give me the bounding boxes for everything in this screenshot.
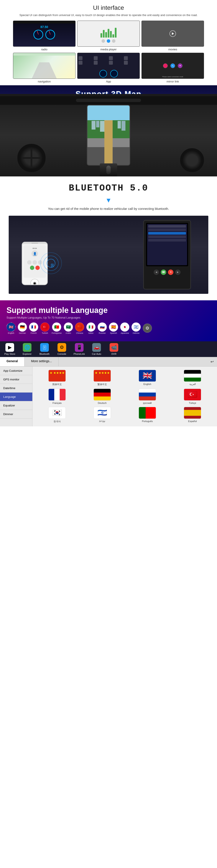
screen-grid: 87.50 radio bbox=[13, 21, 204, 83]
lang-spanish[interactable]: Español bbox=[171, 407, 214, 423]
lang-label-arabic: العربية bbox=[189, 383, 196, 385]
dvr-icon: 📹 bbox=[110, 343, 118, 352]
lang-english[interactable]: 🇬🇧 English bbox=[126, 370, 168, 386]
drawer-item-play-store[interactable]: ▶ Play Store bbox=[3, 343, 16, 355]
tab-more[interactable]: More settings... bbox=[25, 357, 59, 366]
ctrl-play[interactable] bbox=[107, 39, 110, 43]
cn-stars: ★ ★★★★ bbox=[50, 371, 65, 375]
settings-panel: General More settings... ↩ App Customize… bbox=[0, 357, 217, 426]
mirror-label: mirror link bbox=[142, 80, 204, 83]
home-button[interactable]: ◉ bbox=[30, 279, 39, 285]
sidebar-item-date-time[interactable]: Date/time bbox=[0, 384, 32, 393]
app-icons-grid bbox=[79, 56, 138, 65]
language-section: Support multiple Language Support Multip… bbox=[0, 300, 217, 341]
flag-item-settings[interactable]: ⚙ bbox=[143, 323, 152, 333]
lang-label-french: Français bbox=[53, 402, 62, 404]
bluetooth-icon: ⍐ bbox=[40, 343, 49, 352]
speaker-btn[interactable] bbox=[33, 260, 37, 265]
drawer-item-dvr[interactable]: 📹 DVR bbox=[107, 343, 120, 355]
flag-item-jp: 🇯🇵 Japanese bbox=[120, 322, 129, 334]
lang-french[interactable]: Français bbox=[36, 389, 78, 404]
lang-portuguese[interactable]: Português bbox=[126, 407, 168, 423]
radio-label: radio bbox=[13, 48, 75, 51]
flag-box-spanish bbox=[184, 407, 201, 419]
head-unit-controls: ◄ ☎ ✕ ► bbox=[144, 269, 190, 276]
app-gauges bbox=[79, 70, 138, 78]
flag-item-it: 🇮🇹 Italian bbox=[86, 322, 95, 334]
call-avatar: 👤 bbox=[31, 250, 38, 257]
hu-btn-end[interactable]: ✕ bbox=[168, 270, 174, 275]
nav-screen bbox=[13, 53, 75, 79]
drawer-label-phonelink: PhoneLink bbox=[73, 352, 85, 355]
flag-item-de: 🇩🇪 German bbox=[18, 322, 27, 334]
drawer-item-car-auto[interactable]: 🚗 Car Auto bbox=[90, 343, 103, 355]
lang-label-russian: русский bbox=[143, 402, 152, 404]
wave-3 bbox=[40, 252, 62, 274]
app-drawer: ▶ Play Store 🌐 Explorer ⍐ Bluetooth ⚙ Co… bbox=[0, 341, 217, 357]
settings-tabs: General More settings... ↩ bbox=[0, 357, 217, 367]
mirror-text: Please select connection mode bbox=[142, 76, 204, 78]
bar-4 bbox=[107, 29, 110, 37]
drawer-item-explorer[interactable]: 🌐 Explorer bbox=[21, 343, 34, 355]
settings-icon[interactable]: ⚙ bbox=[143, 323, 152, 333]
bluetooth-desc: You can get rid of the mobile phone to r… bbox=[9, 206, 208, 211]
gear-shift bbox=[106, 165, 111, 174]
drawer-item-console[interactable]: ⚙ Console bbox=[55, 343, 68, 355]
lang-hebrew[interactable]: 🇮🇱 עברית bbox=[81, 407, 123, 423]
mirror-screen: ∿ ▼ Please select connection mode bbox=[142, 53, 204, 79]
end-btn[interactable] bbox=[35, 266, 40, 270]
flag-box-english: 🇬🇧 bbox=[139, 370, 156, 382]
flag-pt: 🇵🇹 bbox=[52, 322, 61, 332]
lang-turkish[interactable]: 🇹🇷 Türkçe bbox=[171, 389, 214, 404]
sidebar-item-app-customize[interactable]: App Customize bbox=[0, 367, 32, 375]
lang-german[interactable]: Deutsch bbox=[81, 389, 123, 404]
tab-general[interactable]: General bbox=[0, 357, 25, 366]
sidebar-item-gps-monitor[interactable]: GPS monitor bbox=[0, 375, 32, 384]
hu-btn-1[interactable]: ◄ bbox=[154, 270, 159, 275]
lang-korean[interactable]: 🇰🇷 한국어 bbox=[36, 407, 78, 423]
lang-cn-simplified[interactable]: ★ ★★★★ 简体中文 bbox=[36, 370, 78, 386]
drawer-label-car-auto: Car Auto bbox=[92, 352, 101, 355]
building-1 bbox=[92, 121, 95, 129]
grid-item-movies: movies bbox=[142, 21, 204, 51]
play-triangle-icon bbox=[172, 32, 174, 35]
map-view bbox=[88, 105, 129, 165]
movie-play-button[interactable] bbox=[169, 30, 176, 37]
ctrl-prev[interactable] bbox=[101, 39, 105, 43]
drawer-item-phonelink[interactable]: 📱 PhoneLink bbox=[73, 343, 86, 355]
flag-item-fr: 🇫🇷 French bbox=[29, 322, 38, 334]
car-auto-icon: 🚗 bbox=[92, 343, 101, 352]
flag-item-ru: 🇷🇺 Russian bbox=[98, 322, 107, 334]
wifi-icon: ∿ bbox=[170, 63, 175, 68]
answer-btn[interactable] bbox=[30, 266, 34, 270]
sidebar-item-equalizer[interactable]: Equalizer bbox=[0, 401, 32, 410]
lang-cn-traditional[interactable]: ★ ★★★★ 繁体中文 bbox=[81, 370, 123, 386]
contact-list bbox=[147, 224, 187, 265]
lang-arabic[interactable]: العربية bbox=[171, 370, 214, 386]
lang-russian[interactable]: русский bbox=[126, 389, 168, 404]
drawer-label-console: Console bbox=[58, 352, 66, 355]
mirror-icon-2: ∿ bbox=[170, 63, 175, 68]
sidebar-item-language[interactable]: Language bbox=[0, 393, 32, 401]
flag-box-german bbox=[94, 389, 111, 401]
radio-gauges bbox=[33, 30, 55, 39]
app-icon-6 bbox=[94, 61, 98, 65]
center-console bbox=[100, 163, 117, 177]
hu-btn-call[interactable]: ☎ bbox=[161, 270, 166, 275]
phonelink-icon: 📱 bbox=[75, 343, 84, 352]
sidebar-item-dimmer[interactable]: Dimmer bbox=[0, 410, 32, 418]
mute-btn[interactable] bbox=[27, 260, 31, 265]
ctrl-next[interactable] bbox=[112, 39, 116, 43]
nav-road bbox=[32, 62, 57, 78]
settings-back-button[interactable]: ↩ bbox=[207, 357, 217, 366]
flag-uk: 🇬🇧 bbox=[6, 322, 16, 332]
play-store-icon: ▶ bbox=[5, 343, 14, 352]
hu-btn-2[interactable]: ► bbox=[175, 270, 181, 275]
drawer-item-bluetooth[interactable]: ⍐ Bluetooth bbox=[38, 343, 51, 355]
flag-label-ru: Russian bbox=[99, 332, 106, 334]
lang-label-turkish: Türkçe bbox=[189, 402, 196, 404]
console-icon: ⚙ bbox=[58, 343, 66, 352]
radio-screen: 87.50 bbox=[13, 21, 75, 46]
flag-box-korean: 🇰🇷 bbox=[49, 407, 66, 419]
lang-label-cn-simplified: 简体中文 bbox=[52, 383, 62, 386]
